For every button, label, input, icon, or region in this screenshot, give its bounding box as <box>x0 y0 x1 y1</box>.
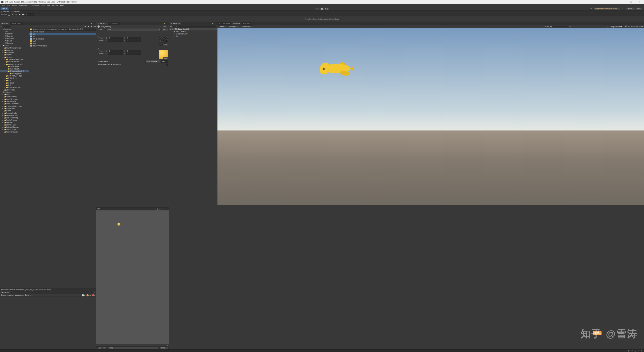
tree-folder[interactable]: ▸📁Services Core <box>0 124 29 126</box>
status-icon-5[interactable]: ▣ <box>641 350 643 352</box>
tree-folder[interactable]: ▸📁Settings Manager <box>0 126 29 128</box>
hierarchy-item-camera[interactable]: 📷Main Camera <box>169 30 217 33</box>
tree-folder[interactable]: ▸📁Editor Coroutines <box>0 103 29 105</box>
preview-sphere-icon[interactable]: ●▾ <box>164 208 165 210</box>
filter-icon[interactable]: ▦ <box>84 25 87 28</box>
favorite-item[interactable]: ⌕All Scenes <box>0 35 29 37</box>
menu-file[interactable]: File <box>1 4 6 7</box>
tab-frame-debug[interactable]: Frame Debug <box>10 22 23 25</box>
tree-header[interactable]: ▾★Favorites <box>0 28 29 30</box>
screenshot-icon[interactable]: 📷 <box>606 26 608 28</box>
favorite-item[interactable]: ⌕All Models <box>0 40 29 42</box>
tree-folder[interactable]: ▸📁Mathfs <box>0 110 29 112</box>
tab-game[interactable]: 🎮Game <box>231 22 242 25</box>
preview-wire-icon[interactable]: ◈ <box>159 208 160 210</box>
status-icon-1[interactable]: ◧ <box>628 350 630 352</box>
layout-dropdown[interactable]: xue▾ <box>636 7 643 10</box>
console-search-input[interactable]: ⌕ <box>32 294 34 296</box>
play-focused-dropdown[interactable]: Play Focused▾ <box>610 25 623 28</box>
file-item[interactable]: res7 <box>29 40 96 42</box>
breadcrumb-item[interactable]: 捕鱼shader逆向教程 <box>69 28 83 30</box>
menu-edit[interactable]: Edit <box>6 4 11 7</box>
status-icon-2[interactable]: ⚙ <box>631 350 633 352</box>
scene-row[interactable]: ▾⬡捕鱼shader逆向教程⋮ <box>169 28 217 30</box>
texture-select-button[interactable]: Select <box>163 57 168 59</box>
panel-menu-icon[interactable]: ⋮ <box>166 22 169 25</box>
tree-folder[interactable]: ▸📁Shader Graph <box>0 128 29 130</box>
timeline-frame-input[interactable]: 0 <box>26 13 34 15</box>
tree-folder[interactable]: ▸📁Searcher <box>0 121 29 124</box>
tree-folder[interactable]: ▾📁shaderDevelop_2023_ <box>0 63 29 65</box>
hierarchy-tree[interactable]: ▾⬡捕鱼shader逆向教程⋮ 📷Main Camera ☀Directiona… <box>169 28 217 349</box>
undo-history-icon[interactable]: ↺ <box>589 7 593 10</box>
tree-folder[interactable]: ▸📁动森环境贴图 <box>0 68 29 70</box>
tab-timeline[interactable]: ▤Timeline <box>1 11 9 13</box>
window-close-button[interactable]: ✕ <box>637 1 643 4</box>
timeline-first-button[interactable]: |◀◀ <box>8 13 10 15</box>
menu-gameobject[interactable]: GameObject <box>18 4 29 7</box>
zoom-icon[interactable]: ⊕ <box>167 344 168 346</box>
stats-button[interactable]: Stats <box>631 26 635 27</box>
offset-y-input[interactable]: 0 <box>126 53 141 55</box>
timeline-prev-button[interactable]: |◀ <box>12 13 14 15</box>
tree-folder[interactable]: ▸📁渲染特性支持 <box>0 77 29 79</box>
tab-scene[interactable]: ▦Scene <box>242 22 251 25</box>
panel-menu-icon[interactable]: ⋮ <box>251 23 253 25</box>
hidden-icon[interactable]: ◉ <box>91 25 93 28</box>
dsgi-checkbox[interactable] <box>166 64 168 66</box>
experimental-packages-button[interactable]: Experimental Packages In Use ▾ <box>594 7 620 10</box>
menu-help[interactable]: Help <box>59 4 65 7</box>
tiling-x-input[interactable]: 1 <box>108 37 123 39</box>
panel-menu-icon[interactable]: ⋮ <box>93 291 96 293</box>
add-icon[interactable]: + <box>1 26 2 27</box>
tab-animation[interactable]: ◉Animation <box>11 11 20 13</box>
sign-in-button[interactable]: Sign in <box>1 7 8 10</box>
status-bug-icon[interactable]: 🐛 <box>634 350 636 352</box>
hierarchy-add-button[interactable]: +▾ <box>170 25 172 28</box>
tree-folder[interactable]: ▸📁ClipPostProcessOutlir <box>0 58 29 61</box>
console-error-pause-button[interactable]: Error Pause <box>15 294 24 296</box>
menu-jobs[interactable]: Jobs <box>40 4 46 7</box>
tab-hierarchy[interactable]: ☰Hierarchy <box>169 22 181 25</box>
tree-folder[interactable]: ▸📁shaderDevelop <box>0 61 29 63</box>
tree-folder[interactable]: ▸📁Test Framework <box>0 131 29 133</box>
search-global-icon[interactable]: ⌕ <box>621 7 625 10</box>
status-refresh-icon[interactable]: ⟳ <box>637 350 639 352</box>
menu-icon[interactable]: ⋮ <box>166 26 168 28</box>
play-button[interactable]: ▶ <box>315 7 320 10</box>
tree-folder[interactable]: ▸📁AmplifyShaderEditor <box>0 47 29 49</box>
tree-folder[interactable]: ▸📁URP_Setting <box>0 89 29 91</box>
tree-folder[interactable]: ▸📁URP_ASE入门教程 <box>0 75 29 77</box>
tree-folder[interactable]: ▸📁Memory Profiler <box>0 112 29 114</box>
offset-x-input[interactable]: 0 <box>108 39 123 42</box>
timeline-last-button[interactable]: ▶▶| <box>22 13 24 15</box>
console-error-count[interactable]: !0 <box>92 294 95 296</box>
console-editor-button[interactable]: Editor ▾ <box>25 294 31 296</box>
timeline-next-button[interactable]: ▶| <box>19 13 21 15</box>
render-queue-input[interactable]: 2000 <box>161 60 168 63</box>
step-button[interactable]: ▶❚ <box>324 7 329 10</box>
offset-y-input[interactable]: 0 <box>126 39 141 42</box>
texture-select-button[interactable]: Select <box>163 44 168 46</box>
console-info-count[interactable]: i4 <box>82 294 85 296</box>
project-tree[interactable]: ▾★Favorites⌕soft⌕All asmdef⌕All Scenes⌕A… <box>0 28 29 288</box>
tree-folder[interactable]: ▸📁JetBrains Rider Editor <box>0 105 29 107</box>
texture-slot[interactable]: Select <box>159 50 168 59</box>
timeline-play-button[interactable]: ▶ <box>15 13 17 15</box>
tree-folder[interactable]: ▸📁特效 <box>0 79 29 82</box>
preview-menu-icon[interactable]: ⋮ <box>166 208 168 210</box>
game-mode-dropdown[interactable]: Game▾ <box>218 25 227 28</box>
tool-icon[interactable]: ✦ <box>13 7 17 10</box>
file-item[interactable]: fish_最精简原始 <box>29 38 96 40</box>
favorite-item[interactable]: ⌕soft <box>0 30 29 33</box>
shader-edit-button[interactable]: Edit... <box>162 28 168 31</box>
hierarchy-search-input[interactable]: ⌕ All <box>173 25 217 27</box>
tree-folder[interactable]: ▸📁捕鱼shader逆向教程 <box>0 70 29 72</box>
favorite-item[interactable]: ⌕All Prefabs <box>0 42 29 44</box>
tree-header[interactable]: ▾📦Packages <box>0 91 29 93</box>
tree-folder[interactable]: ▸📁逆向变换矩阵调研 <box>0 86 29 89</box>
help-icon[interactable]: ? <box>163 26 164 28</box>
pause-button[interactable]: ❚❚ <box>319 7 324 10</box>
aspect-dropdown[interactable]: 16:9 Aspect▾ <box>240 25 253 28</box>
favorite-item[interactable]: ⌕All asmdef <box>0 33 29 35</box>
